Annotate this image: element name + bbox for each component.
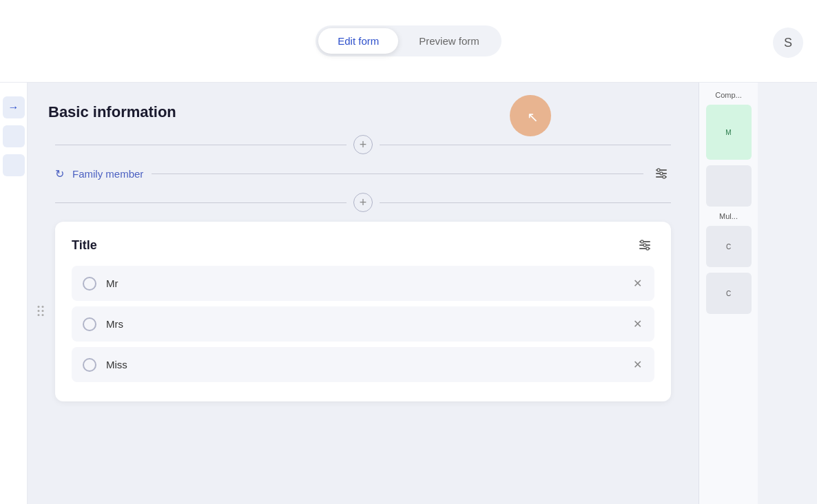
svg-point-16 — [643, 244, 646, 246]
svg-point-8 — [38, 310, 40, 312]
svg-point-5 — [663, 176, 665, 178]
family-member-row: ↻ Family member — [48, 164, 678, 183]
sidebar-green-component[interactable]: M — [706, 105, 752, 160]
sidebar-c-label-2: C — [726, 290, 731, 297]
svg-point-15 — [641, 240, 643, 243]
sidebar-m-label: M — [725, 129, 731, 136]
drag-handle[interactable] — [36, 304, 45, 319]
close-icon-mr: ✕ — [633, 277, 642, 290]
remove-miss-button[interactable]: ✕ — [632, 357, 643, 372]
top-right-icon: S — [784, 36, 792, 50]
remove-mr-button[interactable]: ✕ — [632, 275, 643, 291]
arrow-icon: → — [8, 101, 19, 114]
title-card-header: Title — [72, 235, 654, 255]
sidebar-comp-label: Comp... — [712, 91, 745, 99]
right-sidebar: Comp... M Mul... C C — [699, 83, 758, 504]
cursor-arrow-icon: ↖ — [527, 109, 539, 125]
radio-circle-mrs[interactable] — [83, 317, 96, 331]
radio-label-miss: Miss — [106, 359, 622, 370]
svg-point-4 — [660, 172, 663, 175]
divider-line-2 — [55, 202, 347, 203]
svg-point-6 — [38, 306, 40, 308]
main-area: ↖ Basic information + ↻ Family member — [28, 83, 758, 504]
radio-label-mr: Mr — [106, 277, 622, 289]
radio-option-miss: Miss ✕ — [72, 347, 654, 382]
drag-dots-icon — [36, 304, 45, 317]
preview-form-tab[interactable]: Preview form — [400, 28, 499, 54]
settings-icon — [654, 167, 668, 180]
add-divider-2: + — [48, 193, 678, 212]
family-member-label: Family member — [72, 168, 143, 180]
sidebar-gray-component-3[interactable]: C — [706, 273, 752, 314]
title-card-title: Title — [72, 238, 97, 253]
family-member-line — [152, 174, 643, 174]
close-icon-mrs: ✕ — [633, 317, 642, 330]
radio-circle-miss[interactable] — [83, 358, 96, 372]
left-panel: → — [0, 83, 28, 504]
divider-line-1b — [380, 145, 671, 145]
svg-point-9 — [42, 310, 44, 312]
left-item-1 — [3, 125, 25, 147]
sidebar-multi-label: Mul... — [719, 212, 738, 220]
sidebar-c-label-1: C — [726, 243, 731, 251]
svg-point-11 — [42, 314, 44, 316]
sidebar-gray-component-1[interactable] — [706, 165, 752, 207]
radio-label-mrs: Mrs — [106, 318, 622, 330]
title-card-settings-button[interactable] — [635, 235, 654, 255]
title-settings-icon — [638, 238, 652, 252]
add-item-button-2[interactable]: + — [353, 193, 373, 212]
form-content: Basic information + ↻ Family member — [28, 83, 699, 423]
divider-line-1 — [55, 145, 347, 145]
left-item-2 — [3, 154, 25, 176]
edit-form-tab[interactable]: Edit form — [318, 28, 398, 54]
top-bar: Edit form Preview form S — [0, 0, 817, 83]
repeat-icon: ↻ — [55, 167, 64, 180]
cursor-indicator: ↖ — [510, 95, 551, 136]
section-title: Basic information — [48, 103, 678, 121]
radio-option-mr: Mr ✕ — [72, 266, 654, 301]
add-item-button-1[interactable]: + — [353, 135, 373, 154]
svg-point-3 — [657, 169, 660, 171]
top-right-button[interactable]: S — [773, 28, 803, 58]
svg-point-10 — [38, 314, 40, 316]
remove-mrs-button[interactable]: ✕ — [632, 316, 643, 332]
sidebar-gray-component-2[interactable]: C — [706, 226, 752, 267]
radio-option-mrs: Mrs ✕ — [72, 306, 654, 342]
plus-icon-2: + — [360, 196, 367, 209]
divider-line-2b — [380, 202, 671, 203]
svg-point-17 — [646, 247, 649, 250]
close-icon-miss: ✕ — [633, 358, 642, 371]
family-member-settings-button[interactable] — [652, 164, 671, 183]
left-arrow-button[interactable]: → — [3, 96, 25, 118]
tab-switcher: Edit form Preview form — [316, 25, 501, 56]
plus-icon-1: + — [360, 138, 367, 151]
title-card: Title Mr ✕ — [55, 222, 671, 401]
radio-circle-mr[interactable] — [83, 277, 96, 291]
svg-point-7 — [42, 306, 44, 308]
add-divider-1: + — [48, 135, 678, 154]
